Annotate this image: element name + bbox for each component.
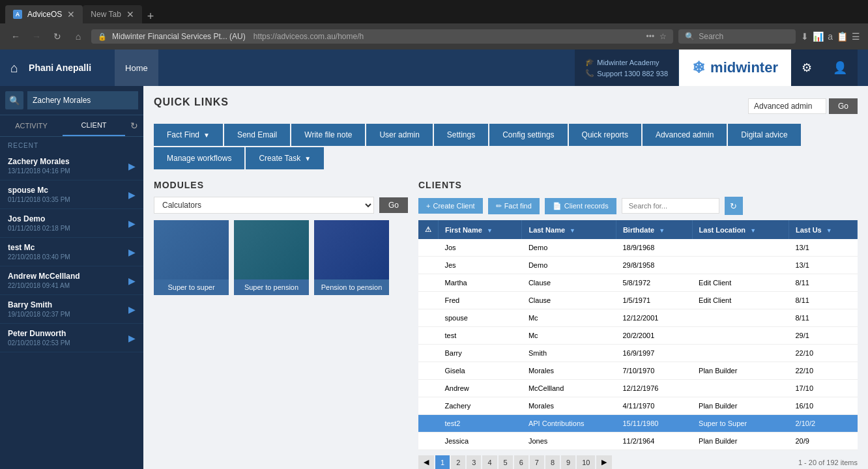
table-row[interactable]: Fred Clause 1/5/1971 Edit Client 8/11 xyxy=(418,292,858,309)
tab-client[interactable]: CLIENT xyxy=(63,115,125,136)
digital-advice-button[interactable]: Digital advice xyxy=(728,124,800,146)
sidebar-search-input[interactable] xyxy=(27,91,138,109)
list-item[interactable]: spouse Mc 01/11/2018 03:35 PM ▶ xyxy=(0,180,143,209)
table-row[interactable]: test Mc 20/2/2001 29/1 xyxy=(418,327,858,345)
page-button-9[interactable]: 9 xyxy=(561,455,575,469)
table-row[interactable]: Gisela Morales 7/10/1970 Plan Builder 22… xyxy=(418,362,858,380)
col-last-us[interactable]: Last Us ▼ xyxy=(789,220,858,239)
advanced-admin-button[interactable]: Advanced admin xyxy=(643,124,727,146)
list-item[interactable]: Jos Demo 01/11/2018 02:18 PM ▶ xyxy=(0,209,143,238)
new-tab-button[interactable]: + xyxy=(142,10,160,23)
cell-warn xyxy=(418,292,439,309)
support-label: Support 1300 882 938 xyxy=(597,70,668,78)
page-button-10[interactable]: 10 xyxy=(577,455,595,469)
create-task-button[interactable]: Create Task ▼ xyxy=(246,147,324,169)
tab-close-newtab[interactable]: ✕ xyxy=(126,9,134,20)
address-bar: ← → ↻ ⌂ 🔒 Midwinter Financial Services P… xyxy=(0,23,868,50)
amazon-icon[interactable]: a xyxy=(828,31,833,42)
send-email-button[interactable]: Send Email xyxy=(224,124,290,146)
table-row[interactable]: Barry Smith 16/9/1997 22/10 xyxy=(418,345,858,362)
list-item[interactable]: test Mc 22/10/2018 03:40 PM ▶ xyxy=(0,238,143,266)
table-row-selected[interactable]: test2 API Contributions 15/11/1980 Super… xyxy=(418,415,858,433)
nav-home[interactable]: Home xyxy=(115,50,158,86)
support-link[interactable]: 📞 Support 1300 882 938 xyxy=(585,69,668,78)
page-button-6[interactable]: 6 xyxy=(514,455,528,469)
reload-button[interactable]: ↻ xyxy=(50,29,65,44)
manage-workflows-button[interactable]: Manage workflows xyxy=(154,147,244,169)
page-next-button[interactable]: ▶ xyxy=(596,455,612,469)
settings-button[interactable]: ⚙ xyxy=(791,50,822,86)
table-row[interactable]: Jessica Jones 11/2/1964 Plan Builder 20/… xyxy=(418,433,858,450)
page-prev-button[interactable]: ◀ xyxy=(418,455,434,469)
table-row[interactable]: Jos Demo 18/9/1968 13/1 xyxy=(418,239,858,257)
modules-go-button[interactable]: Go xyxy=(379,197,408,213)
config-settings-button[interactable]: Config settings xyxy=(489,124,567,146)
list-item[interactable]: Barry Smith 19/10/2018 02:37 PM ▶ xyxy=(0,295,143,324)
quick-reports-button[interactable]: Quick reports xyxy=(569,124,641,146)
back-button[interactable]: ← xyxy=(8,29,23,44)
table-row[interactable]: Martha Clause 5/8/1972 Edit Client 8/11 xyxy=(418,274,858,292)
fact-find-button[interactable]: Fact Find ▼ xyxy=(154,124,223,146)
sidebar-refresh-button[interactable]: ↻ xyxy=(125,115,143,136)
admin-go-button[interactable]: Go xyxy=(829,98,858,114)
cell-warn xyxy=(418,239,439,257)
col-birthdate[interactable]: Birthdate ▼ xyxy=(616,220,692,239)
col-last-location[interactable]: Last Location ▼ xyxy=(692,220,788,239)
module-card-super-to-super[interactable]: Super to super xyxy=(154,220,229,295)
menu-icon[interactable]: ☰ xyxy=(852,31,860,42)
admin-select[interactable]: Advanced admin xyxy=(748,98,826,114)
browser-search-bar[interactable]: 🔍 Search xyxy=(678,29,796,44)
page-button-5[interactable]: 5 xyxy=(499,455,513,469)
lock-icon: 🔒 xyxy=(98,33,107,41)
user-admin-button[interactable]: User admin xyxy=(366,124,432,146)
client-name: Zachery Morales xyxy=(8,157,128,166)
table-row[interactable]: Jes Demo 29/8/1958 13/1 xyxy=(418,257,858,274)
home-icon[interactable]: ⌂ xyxy=(10,61,18,76)
tab-close-adviceos[interactable]: ✕ xyxy=(67,9,75,20)
sidebar-tabs-bar: ACTIVITY CLIENT ↻ xyxy=(0,115,143,137)
fact-find-client-button[interactable]: ✏ Fact find xyxy=(488,198,540,214)
cell-last-name: Demo xyxy=(522,257,616,274)
home-nav-button[interactable]: ⌂ xyxy=(70,29,86,44)
list-item[interactable]: Peter Dunworth 02/10/2018 02:53 PM ▶ xyxy=(0,324,143,352)
page-button-8[interactable]: 8 xyxy=(545,455,560,469)
academy-link[interactable]: 🎓 Midwinter Academy xyxy=(585,58,668,66)
extensions-icon[interactable]: 📊 xyxy=(813,31,824,42)
reader-icon[interactable]: 📋 xyxy=(837,31,848,42)
page-button-1[interactable]: 1 xyxy=(435,455,450,469)
create-client-button[interactable]: + Create Client xyxy=(418,198,483,214)
page-button-4[interactable]: 4 xyxy=(482,455,497,469)
page-button-2[interactable]: 2 xyxy=(451,455,465,469)
clients-refresh-button[interactable]: ↻ xyxy=(725,197,743,215)
cell-warn xyxy=(418,397,439,415)
tab-newtab[interactable]: New Tab ✕ xyxy=(83,5,141,23)
url-more-btn[interactable]: ••• xyxy=(646,32,655,41)
module-card-pension-to-pension[interactable]: Pension to pension xyxy=(314,220,389,295)
sidebar-search-button[interactable]: 🔍 xyxy=(5,91,23,109)
list-item[interactable]: Zachery Morales 13/11/2018 04:16 PM ▶ xyxy=(0,152,143,180)
list-item[interactable]: Andrew McCellland 22/10/2018 09:41 AM ▶ xyxy=(0,266,143,295)
user-profile-button[interactable]: 👤 xyxy=(822,50,858,86)
module-card-super-to-pension[interactable]: Super to pension xyxy=(234,220,309,295)
client-records-button[interactable]: 📄 Client records xyxy=(545,198,616,214)
table-row[interactable]: Andrew McCellland 12/12/1976 17/10 xyxy=(418,380,858,397)
clients-search-input[interactable] xyxy=(622,198,719,214)
user-name[interactable]: Phani Anepalli xyxy=(29,63,91,73)
tab-adviceos[interactable]: A AdviceOS ✕ xyxy=(5,5,83,23)
cell-first-name: test2 xyxy=(439,415,522,433)
forward-button[interactable]: → xyxy=(29,29,44,44)
modules-select[interactable]: Calculators xyxy=(154,197,374,214)
tab-activity[interactable]: ACTIVITY xyxy=(0,115,63,136)
write-file-note-button[interactable]: Write file note xyxy=(291,124,365,146)
table-row[interactable]: spouse Mc 12/12/2001 8/11 xyxy=(418,309,858,327)
bookmark-icon[interactable]: ☆ xyxy=(659,32,667,41)
settings-button[interactable]: Settings xyxy=(434,124,488,146)
page-button-7[interactable]: 7 xyxy=(530,455,544,469)
page-button-3[interactable]: 3 xyxy=(467,455,481,469)
cell-last-name: Demo xyxy=(522,239,616,257)
col-last-name[interactable]: Last Name ▼ xyxy=(522,220,616,239)
table-row[interactable]: Zachery Morales 4/11/1970 Plan Builder 1… xyxy=(418,397,858,415)
col-first-name[interactable]: First Name ▼ xyxy=(439,220,522,239)
download-icon[interactable]: ⬇ xyxy=(801,31,809,42)
url-bar[interactable]: 🔒 Midwinter Financial Services Pt... (AU… xyxy=(91,29,673,44)
